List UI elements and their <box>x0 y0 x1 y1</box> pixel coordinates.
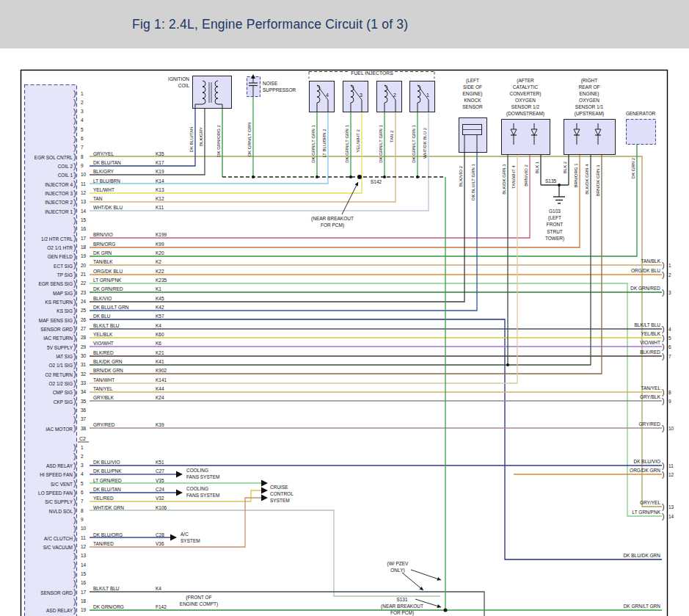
exit-number-4: 4 <box>668 327 671 332</box>
c1-circuit-code-31: K41 <box>156 359 164 364</box>
c2-cavity-14: ) <box>73 560 76 569</box>
o2-sensor-upstream-label: (RIGHT <box>581 78 597 84</box>
c1-wire-name-8: GRY/YEL <box>93 151 114 156</box>
c1-circuit-code-21: K22 <box>156 269 164 274</box>
c1-cavity-11: ) <box>73 179 76 188</box>
c1-cavity-6: ) <box>73 134 76 143</box>
c2-cavity-19: ) <box>73 606 76 615</box>
c2-wire-name-12: TAN/RED <box>93 541 114 546</box>
exit-wire-label-8: TAN/YEL <box>641 385 660 391</box>
exit-cavity-14: ) <box>662 512 665 521</box>
c1-pin-number-18: 18 <box>81 244 87 250</box>
c1-cavity-8: ) <box>73 152 76 161</box>
c2-pin-number-2: 2 <box>81 454 84 459</box>
exit-number-1: 1 <box>668 263 671 268</box>
exit-wire-label-3: DK GRN/RED <box>630 286 660 291</box>
knock-sensor-label: KNOCK <box>464 98 481 103</box>
c2-cavity-12: ) <box>73 543 76 551</box>
fuel-injector-3 <box>343 81 368 112</box>
exit-cavity-3: ) <box>662 288 665 297</box>
c1-circuit-code-12: K13 <box>156 187 164 192</box>
knock-sensor-label: ENGINE) <box>462 91 482 97</box>
c2-pin-label-3: ASD RELAY <box>46 463 73 468</box>
c1-pin-number-9: 9 <box>81 163 84 168</box>
c1-pin-label-12: INJECTOR 3 <box>45 191 73 196</box>
c1-wire-name-38: GRY/RED <box>93 422 115 427</box>
c2-pin-number-12: 12 <box>81 544 87 549</box>
annotation-ac-system: SYSTEM <box>181 538 200 543</box>
splice-dot <box>558 184 561 186</box>
noise-suppressor-label: SUPPRESSOR <box>263 87 296 93</box>
vertical-wire-label: DK BLU/TAN <box>189 127 194 153</box>
c1-wire-name-25: DK BLU/LT GRN <box>93 305 129 310</box>
c1-wire-name-33: TAN/WHT <box>93 377 114 383</box>
c2-wire-name-5: LT GRN/RED <box>93 478 122 483</box>
c1-circuit-code-22: K235 <box>156 278 167 283</box>
annotation-cruise-control: CONTROL <box>270 491 294 496</box>
annotation-cooling-fans-2: COOLING <box>186 486 208 491</box>
exit-cavity-10: ) <box>662 424 665 432</box>
c2-pin-number-14: 14 <box>81 562 87 568</box>
exit-number-11: 11 <box>668 463 674 468</box>
c1-cavity-37: ) <box>73 415 76 424</box>
c2-pin-number-19: 19 <box>81 607 87 612</box>
c1-pin-label-9: COIL 2 <box>58 164 73 169</box>
vertical-wire-label: DK GRN/ORG 2 <box>216 125 221 157</box>
c2-circuit-code-11: C28 <box>156 532 164 537</box>
fuel-injector-number-3: 3 <box>360 93 362 98</box>
c1-cavity-26: ) <box>73 315 76 324</box>
c1-cavity-15: ) <box>73 216 76 225</box>
c1-cavity-2: ) <box>73 98 76 106</box>
c1-pin-number-14: 14 <box>81 209 87 214</box>
vertical-wire-label: TAN/WHT 4 <box>511 164 516 188</box>
fuel-injector-2 <box>377 81 402 112</box>
c1-circuit-code-19: K20 <box>156 250 164 256</box>
c2-cavity-3: ) <box>73 461 76 470</box>
c1-circuit-code-10: K19 <box>156 169 164 174</box>
c1-pin-label-23: MAP SIG <box>53 291 73 296</box>
c1-wire-name-28: YEL/BLK <box>93 332 113 337</box>
c1-pin-number-3: 3 <box>81 109 84 114</box>
c2-pin-number-9: 9 <box>81 517 84 522</box>
exit-wire-label-4: BLK/LT BLU <box>634 322 660 327</box>
c1-wire-name-23: DK GRN/RED <box>93 286 123 291</box>
c1-pin-label-27: SENSOR GRD <box>40 327 73 332</box>
splice-dot <box>383 175 386 178</box>
c1-wire-name-18: BRN/ORG <box>93 242 115 247</box>
o2-sensor-downstream-label: CONVERTER) <box>510 91 542 97</box>
c2-circuit-code-3: K51 <box>156 460 164 465</box>
splice-dot <box>416 175 419 178</box>
c1-wire-name-11: LT BLU/BRN <box>93 178 120 184</box>
c2-circuit-code-4: C27 <box>156 468 164 474</box>
c2-pin-number-18: 18 <box>81 598 87 604</box>
c1-wire-name-26: DK BLU <box>93 314 111 319</box>
c2-circuit-code-8: K106 <box>156 505 167 510</box>
c1-pin-number-30: 30 <box>81 353 87 358</box>
c1-wire-name-27: BLK/LT BLU <box>93 323 120 328</box>
c2-cavity-2: ) <box>73 452 76 460</box>
o2-sensor-upstream <box>564 120 616 155</box>
annotation-s131: FOR PCM) <box>390 610 414 616</box>
annotation-g103: STRUT <box>547 229 563 234</box>
vertical-wire-label: YEL/WHT 2 <box>356 129 360 153</box>
c1-pin-label-33: O2 1/2 SIG <box>48 381 73 386</box>
c1-cavity-7: ) <box>73 143 76 152</box>
exit-wire-label-1: TAN/BLK <box>641 258 660 264</box>
c1-cavity-32: ) <box>73 369 76 378</box>
exit-wire-label-9: GRY/BLK <box>640 394 661 399</box>
exit-number-14: 14 <box>668 514 674 519</box>
c2-pin-number-6: 6 <box>81 490 84 495</box>
exit-wire-label-6: VIO/WHT <box>640 340 660 345</box>
vertical-wire-label: DK GRN/LT GRN 1 <box>345 125 349 163</box>
c2-pin-label-17: SENSOR GRD <box>40 590 73 595</box>
c1-pin-label-18: O2 1/1 HTR <box>47 245 73 250</box>
annotation-cruise-control: CRUISE <box>270 485 288 490</box>
c1-pin-number-37: 37 <box>81 416 87 421</box>
vertical-wire-label: DK GRN/LT GRN <box>247 123 252 156</box>
c1-cavity-30: ) <box>73 352 76 360</box>
o2-sensor-upstream-label: REAR OF <box>579 84 600 90</box>
exit-wire-label-13: GRY/YEL <box>640 500 660 505</box>
c1-cavity-31: ) <box>73 360 76 369</box>
c1-cavity-17: ) <box>73 233 76 242</box>
annotation-front-engine-compt: ENGINE COMPT) <box>180 601 218 607</box>
